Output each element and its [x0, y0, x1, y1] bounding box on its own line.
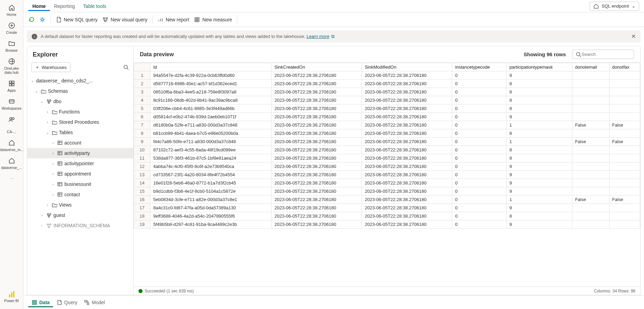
tree-item-functions[interactable]: ›Functions	[27, 107, 133, 117]
data-cell[interactable]: 03ff206e-cbb4-4c61-9985-3e3f449ad66b	[150, 104, 272, 113]
data-cell[interactable]	[572, 187, 609, 196]
data-cell[interactable]: 5eb0834d-3cfe-e711-a82e-000d3a37c8e1	[150, 196, 272, 204]
bottom-tab-data[interactable]: Data	[28, 298, 53, 307]
data-cell[interactable]	[609, 88, 640, 96]
data-cell[interactable]: 2023-06-05T22:28:38.2706180	[272, 220, 362, 229]
col-header[interactable]: participationtypemask	[507, 63, 572, 71]
tree-item-guest[interactable]: ›guest	[27, 210, 133, 220]
settings-button[interactable]	[39, 17, 45, 23]
tab-reporting[interactable]: Reporting	[50, 1, 79, 11]
data-cell[interactable]: 1	[507, 138, 572, 146]
data-row[interactable]: 503ff206e-cbb4-4c61-9985-3e3f449ad66b202…	[134, 104, 640, 113]
data-cell[interactable]	[609, 212, 640, 220]
data-row[interactable]: 6d05814cf-e0b2-474b-939d-2aeb0eb1071f202…	[134, 113, 640, 121]
data-cell[interactable]: 2023-06-05T22:28:38.2706180	[272, 80, 362, 88]
data-row[interactable]: 178a4c31c0-fd87-47fa-a05d-0da57389a13020…	[134, 204, 640, 212]
new-visual-query-button[interactable]: New visual query	[102, 17, 147, 23]
data-cell[interactable]	[572, 220, 609, 229]
data-row[interactable]: 2d5877716-6986-40e1-ac57-bf1d362eced1202…	[134, 80, 640, 88]
data-cell[interactable]: 2023-06-05T22:28:38.2706180	[362, 212, 452, 220]
data-cell[interactable]: 0	[452, 204, 507, 212]
data-cell[interactable]: 2023-06-05T22:28:38.2706180	[362, 88, 452, 96]
data-cell[interactable]: 8	[507, 96, 572, 104]
data-cell[interactable]: 9	[507, 179, 572, 187]
data-cell[interactable]: 2023-06-05T22:28:38.2706180	[272, 121, 362, 129]
data-row[interactable]: 189eff3688-4046-4a2d-a54c-2047890555f620…	[134, 212, 640, 220]
data-cell[interactable]: 0	[452, 154, 507, 162]
data-cell[interactable]	[572, 179, 609, 187]
data-cell[interactable]: 8a4c31c0-fd87-47fa-a05d-0da57389a130	[150, 204, 272, 212]
data-cell[interactable]: d05814cf-e0b2-474b-939d-2aeb0eb1071f	[150, 113, 272, 121]
data-cell[interactable]: False	[609, 138, 640, 146]
sql-endpoint-dropdown[interactable]: SQL endpoint ⌄	[590, 2, 639, 11]
data-cell[interactable]: 0	[452, 171, 507, 179]
tree-item-root[interactable]: ⌄dataverse_ demo_cds2_...	[27, 76, 133, 86]
refresh-button[interactable]	[28, 17, 34, 23]
data-cell[interactable]: 9	[507, 220, 572, 229]
data-cell[interactable]: 8	[507, 212, 572, 220]
data-cell[interactable]: 9	[507, 204, 572, 212]
data-cell[interactable]	[609, 204, 640, 212]
bottom-tab-model[interactable]: Model	[81, 298, 108, 307]
data-grid[interactable]: IdSinkCreatedOnSinkModifiedOninstancetyp…	[134, 62, 640, 287]
data-cell[interactable]: 8	[507, 104, 572, 113]
data-cell[interactable]: 2023-06-05T22:28:38.2706180	[272, 196, 362, 204]
data-cell[interactable]: 2023-06-05T22:28:38.2706180	[362, 179, 452, 187]
data-cell[interactable]	[609, 179, 640, 187]
data-row[interactable]: 165eb0834d-3cfe-e711-a82e-000d3a37c8e120…	[134, 196, 640, 204]
data-cell[interactable]	[609, 220, 640, 229]
data-cell[interactable]: 0	[452, 129, 507, 138]
data-cell[interactable]: 0	[452, 220, 507, 229]
data-cell[interactable]	[609, 104, 640, 113]
data-row[interactable]: 48c91c166-08db-402d-8b41-9ac39ac9bca8202…	[134, 96, 640, 104]
data-cell[interactable]: cd733567-23f1-4a20-8034-8fe4f72b4554	[150, 171, 272, 179]
data-row[interactable]: 1416e01f28-5eb6-46a0-8772-b1a7d3f2cb4520…	[134, 179, 640, 187]
data-cell[interactable]	[572, 104, 609, 113]
data-cell[interactable]: 0	[452, 80, 507, 88]
search-icon[interactable]	[123, 64, 129, 70]
data-row[interactable]: 124abba74c-4cf0-45f0-8c6f-a2e73b9540ca20…	[134, 162, 640, 171]
tree-item-schemas[interactable]: ⌄Schemas	[27, 86, 133, 96]
data-cell[interactable]	[572, 113, 609, 121]
data-cell[interactable]: 9	[507, 154, 572, 162]
data-cell[interactable]: f44c7a86-50fe-e711-a830-000d3a37c848	[150, 138, 272, 146]
data-cell[interactable]: b9d1cdbb-f3b6-4e1f-8cb0-5104a1c5872e	[150, 187, 272, 196]
data-cell[interactable]: 2023-06-05T22:28:38.2706180	[272, 154, 362, 162]
data-cell[interactable]: 2023-06-05T22:28:38.2706180	[362, 187, 452, 196]
data-cell[interactable]	[572, 212, 609, 220]
data-cell[interactable]: 0	[452, 71, 507, 80]
tree-item-information-schema[interactable]: ›INFORMATION_SCHEMA	[27, 220, 133, 231]
data-row[interactable]: 8b81ccb99-4b41-4aea-b7c5-e96e05200b0a202…	[134, 129, 640, 138]
data-cell[interactable]: False	[609, 121, 640, 129]
col-header[interactable]: Id	[150, 63, 272, 71]
data-cell[interactable]: 1	[507, 121, 572, 129]
data-cell[interactable]: d6180b0a-52fe-e711-a830-000d3a37c848	[150, 121, 272, 129]
data-row[interactable]: 7d6180b0a-52fe-e711-a830-000d3a37c848202…	[134, 121, 640, 129]
data-row[interactable]: 308510f6a-6ba3-4ee5-a218-759e8f3097a8202…	[134, 88, 640, 96]
data-cell[interactable]: 2023-06-05T22:28:38.2706180	[362, 129, 452, 138]
data-cell[interactable]: 0	[452, 196, 507, 204]
tree-item-tables[interactable]: ⌄Tables	[27, 127, 133, 138]
data-cell[interactable]: 5f49b5b8-d297-4c81-91ba-9ca4489c2e3b	[150, 220, 272, 229]
data-cell[interactable]: False	[572, 121, 609, 129]
data-cell[interactable]: False	[572, 138, 609, 146]
tree-item-table-activityparty[interactable]: ›activityparty	[27, 148, 133, 158]
data-cell[interactable]: 2023-06-05T22:28:38.2706180	[272, 171, 362, 179]
data-cell[interactable]	[609, 187, 640, 196]
tree-item-table-appointment[interactable]: ›appointment	[27, 169, 133, 179]
rail-workspaces[interactable]: Workspaces	[1, 96, 22, 114]
data-cell[interactable]	[572, 154, 609, 162]
data-cell[interactable]: 2023-06-05T22:28:38.2706180	[362, 138, 452, 146]
rail-more[interactable]: ⋯	[1, 173, 22, 184]
data-cell[interactable]: 1	[507, 196, 572, 204]
data-cell[interactable]	[609, 129, 640, 138]
data-cell[interactable]	[572, 96, 609, 104]
data-cell[interactable]: 0	[452, 96, 507, 104]
data-cell[interactable]: 2023-06-05T22:28:38.2706180	[272, 88, 362, 96]
col-header[interactable]: donotfax	[609, 63, 640, 71]
data-cell[interactable]: False	[609, 196, 640, 204]
data-cell[interactable]: 9eff3688-4046-4a2d-a54c-2047890555f6	[150, 212, 272, 220]
data-cell[interactable]: 9	[507, 187, 572, 196]
data-row[interactable]: 1087102c72-aef3-4c55-8ada-48f19cd099ee20…	[134, 146, 640, 154]
data-cell[interactable]: 2023-06-05T22:28:38.2706180	[272, 146, 362, 154]
